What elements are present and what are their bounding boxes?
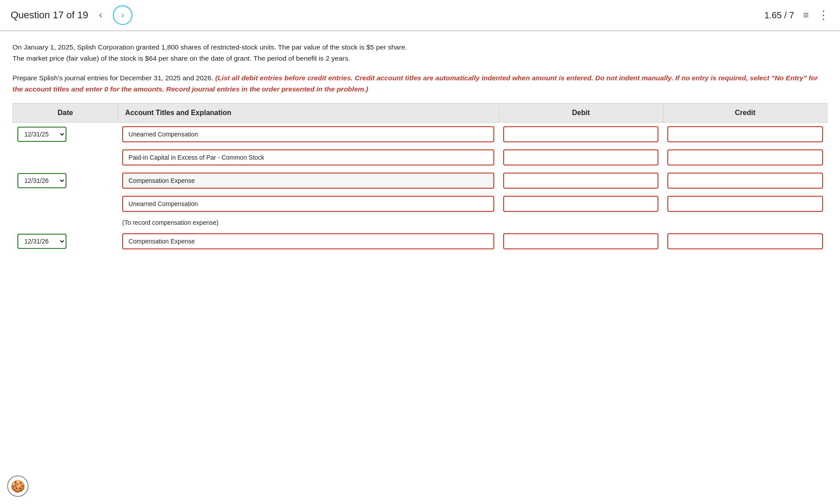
account-input-2[interactable] bbox=[122, 149, 494, 165]
instruction-prefix: Prepare Splish's journal entries for Dec… bbox=[12, 74, 213, 82]
page-header: Question 17 of 19 ‹ › 1.65 / 7 ≡ ⋮ bbox=[0, 0, 840, 31]
problem-text-line2: The market price (fair value) of the sto… bbox=[12, 54, 350, 62]
account-cell-5 bbox=[118, 230, 499, 253]
header-right: 1.65 / 7 ≡ ⋮ bbox=[764, 8, 829, 22]
credit-cell-4 bbox=[663, 192, 827, 215]
debit-input-5[interactable] bbox=[503, 233, 658, 249]
col-header-credit: Credit bbox=[663, 103, 827, 123]
col-header-account: Account Titles and Explanation bbox=[118, 103, 499, 123]
credit-cell-1 bbox=[663, 123, 827, 146]
table-row: 12/31/25 12/31/26 bbox=[13, 230, 828, 253]
date-cell-1: 12/31/25 12/31/26 bbox=[13, 123, 118, 146]
credit-cell-3 bbox=[663, 169, 827, 192]
instruction-block: Prepare Splish's journal entries for Dec… bbox=[12, 72, 828, 95]
debit-input-2[interactable] bbox=[503, 149, 658, 165]
debit-input-1[interactable] bbox=[503, 126, 658, 142]
note-text: (To record compensation expense) bbox=[118, 215, 827, 230]
account-cell-3 bbox=[118, 169, 499, 192]
credit-input-1[interactable] bbox=[667, 126, 823, 142]
credit-input-4[interactable] bbox=[667, 196, 823, 212]
date-select-3[interactable]: 12/31/25 12/31/26 bbox=[17, 173, 66, 188]
problem-text: On January 1, 2025, Splish Corporation g… bbox=[12, 42, 828, 64]
table-row: 12/31/25 12/31/26 bbox=[13, 123, 828, 146]
date-select-5[interactable]: 12/31/25 12/31/26 bbox=[17, 234, 66, 249]
debit-cell-4 bbox=[499, 192, 663, 215]
debit-cell-5 bbox=[499, 230, 663, 253]
credit-input-5[interactable] bbox=[667, 233, 823, 249]
date-cell-3: 12/31/25 12/31/26 bbox=[13, 169, 118, 192]
next-button[interactable]: › bbox=[113, 5, 132, 25]
date-select-1[interactable]: 12/31/25 12/31/26 bbox=[17, 127, 66, 142]
table-row bbox=[13, 192, 828, 215]
table-row: 12/31/25 12/31/26 bbox=[13, 169, 828, 192]
main-content: On January 1, 2025, Splish Corporation g… bbox=[0, 31, 840, 264]
account-input-1[interactable] bbox=[122, 126, 494, 142]
question-title: Question 17 of 19 bbox=[11, 9, 88, 21]
debit-input-3[interactable] bbox=[503, 173, 658, 189]
more-icon[interactable]: ⋮ bbox=[818, 8, 829, 22]
account-input-4[interactable] bbox=[122, 196, 494, 212]
debit-input-4[interactable] bbox=[503, 196, 658, 212]
table-row bbox=[13, 146, 828, 169]
credit-input-3[interactable] bbox=[667, 173, 823, 189]
table-row-note: (To record compensation expense) bbox=[13, 215, 828, 230]
debit-cell-3 bbox=[499, 169, 663, 192]
account-cell-1 bbox=[118, 123, 499, 146]
account-cell-4 bbox=[118, 192, 499, 215]
col-header-debit: Debit bbox=[499, 103, 663, 123]
account-input-5[interactable] bbox=[122, 233, 494, 249]
credit-cell-2 bbox=[663, 146, 827, 169]
col-header-date: Date bbox=[13, 103, 118, 123]
problem-text-line1: On January 1, 2025, Splish Corporation g… bbox=[12, 43, 407, 51]
prev-button[interactable]: ‹ bbox=[95, 8, 106, 23]
list-icon[interactable]: ≡ bbox=[803, 9, 809, 21]
header-left: Question 17 of 19 ‹ › bbox=[11, 5, 132, 25]
note-date-cell bbox=[13, 215, 118, 230]
date-cell-4 bbox=[13, 192, 118, 215]
score-display: 1.65 / 7 bbox=[764, 10, 794, 21]
credit-input-2[interactable] bbox=[667, 149, 823, 165]
account-input-3[interactable] bbox=[122, 173, 494, 189]
journal-table: Date Account Titles and Explanation Debi… bbox=[12, 103, 828, 253]
date-cell-2 bbox=[13, 146, 118, 169]
debit-cell-2 bbox=[499, 146, 663, 169]
account-cell-2 bbox=[118, 146, 499, 169]
debit-cell-1 bbox=[499, 123, 663, 146]
credit-cell-5 bbox=[663, 230, 827, 253]
date-cell-5: 12/31/25 12/31/26 bbox=[13, 230, 118, 253]
